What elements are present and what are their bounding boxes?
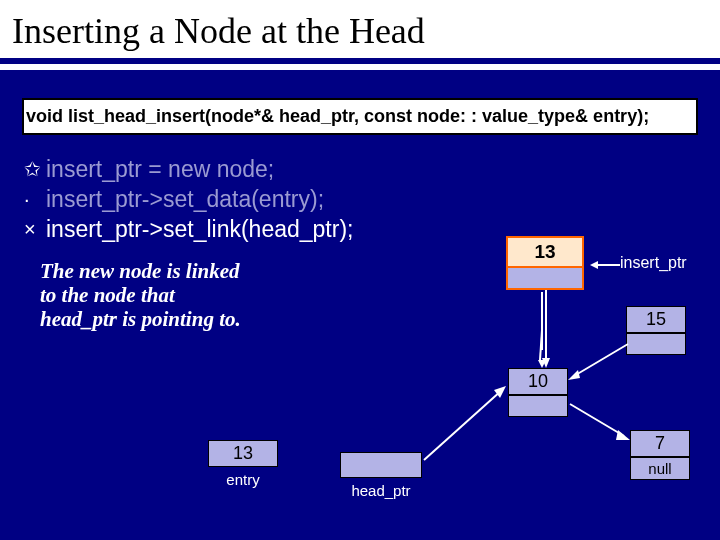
bullet-text: insert_ptr = new node; [46,155,274,183]
arrow-headptr-to-10 [420,384,510,464]
arrow-insertptr-to-node [590,262,630,268]
node-7: 7 null [630,430,690,480]
bullet-item: ✩ insert_ptr = new node; [24,155,720,183]
svg-marker-1 [590,261,598,269]
head-ptr-box: head_ptr [340,452,422,499]
svg-marker-7 [542,358,550,368]
dot-icon: ∙ [24,185,46,213]
node-link-cell [508,395,568,417]
entry-label: entry [208,471,278,488]
bullet-list: ✩ insert_ptr = new node; ∙ insert_ptr->s… [24,155,720,243]
bullet-item: × insert_ptr->set_link(head_ptr); [24,215,720,243]
node-10: 10 [508,368,568,417]
svg-line-12 [424,390,502,460]
cross-icon: × [24,215,46,243]
svg-line-8 [574,344,628,376]
bullet-text: insert_ptr->set_data(entry); [46,185,324,213]
caption-line: The new node is linked [40,259,320,283]
bullet-text: insert_ptr->set_link(head_ptr); [46,215,353,243]
head-ptr-label: head_ptr [340,482,422,499]
node-data-cell: 7 [630,430,690,457]
star-icon: ✩ [24,155,46,183]
entry-box: 13 entry [208,440,278,488]
arrow-10-to-7 [566,400,636,444]
insert-ptr-label: insert_ptr [620,254,687,272]
head-ptr-cell [340,452,422,478]
node-data-cell: 15 [626,306,686,333]
caption-line: to the node that [40,283,320,307]
title-gap [0,64,720,70]
svg-line-10 [570,404,624,436]
bullet-item: ∙ insert_ptr->set_data(entry); [24,185,720,213]
node-data-cell: 13 [506,236,584,268]
caption-line: head_ptr is pointing to. [40,307,320,331]
arrow-15-to-10 [566,340,636,380]
arrow-down-insert [540,290,552,370]
svg-marker-11 [616,430,630,440]
entry-value: 13 [208,440,278,467]
svg-marker-9 [568,370,580,380]
node-data-cell: 10 [508,368,568,395]
caption: The new node is linked to the node that … [40,259,320,331]
node-insert: 13 [506,236,584,294]
function-signature: void list_head_insert(node*& head_ptr, c… [22,98,698,135]
slide-title: Inserting a Node at the Head [0,0,720,58]
node-link-cell: null [630,457,690,480]
arrow-insert-to-15 [540,290,630,320]
